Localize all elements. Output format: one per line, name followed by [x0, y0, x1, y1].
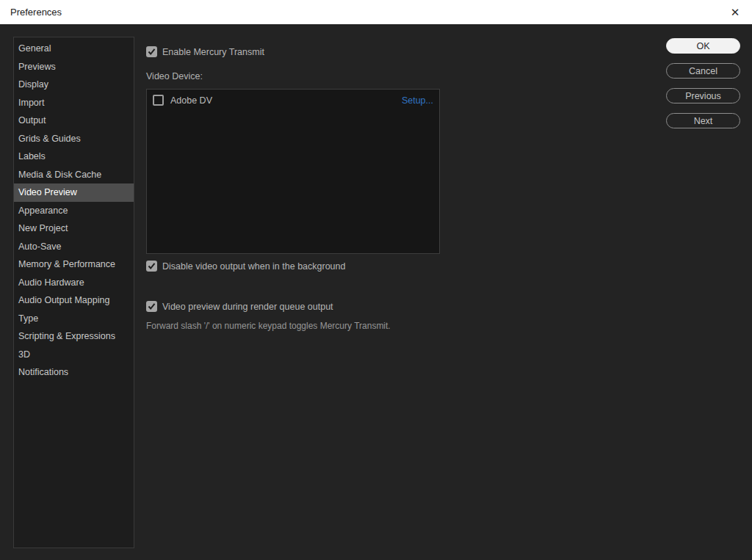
sidebar-item-3d[interactable]: 3D [14, 346, 134, 364]
enable-mercury-transmit-row: Enable Mercury Transmit [146, 46, 264, 57]
sidebar-item-labels[interactable]: Labels [14, 148, 134, 166]
video-device-list: Adobe DV Setup... [146, 89, 440, 254]
mercury-transmit-hint: Forward slash '/' on numeric keypad togg… [146, 321, 391, 331]
sidebar-item-notifications[interactable]: Notifications [14, 363, 134, 382]
sidebar-item-video-preview[interactable]: Video Preview [14, 183, 134, 202]
sidebar-item-display[interactable]: Display [14, 76, 134, 94]
dialog-title: Preferences [10, 7, 62, 18]
setup-link[interactable]: Setup... [402, 95, 433, 106]
device-name: Adobe DV [170, 95, 212, 106]
sidebar-item-import[interactable]: Import [14, 94, 134, 112]
sidebar-item-auto-save[interactable]: Auto-Save [14, 238, 134, 256]
video-device-label: Video Device: [146, 71, 203, 81]
sidebar-item-grids-guides[interactable]: Grids & Guides [14, 130, 134, 148]
device-row-adobe-dv: Adobe DV Setup... [147, 90, 439, 106]
sidebar-item-audio-output-mapping[interactable]: Audio Output Mapping [14, 291, 134, 310]
preferences-category-list: General Previews Display Import Output G… [13, 37, 134, 548]
render-queue-label: Video preview during render queue output [162, 302, 333, 312]
check-icon [148, 262, 156, 270]
sidebar-item-audio-hardware[interactable]: Audio Hardware [14, 274, 134, 292]
sidebar-item-memory-performance[interactable]: Memory & Performance [14, 255, 134, 274]
enable-mercury-transmit-checkbox[interactable] [146, 46, 157, 57]
ok-button[interactable]: OK [666, 38, 740, 54]
cancel-button[interactable]: Cancel [666, 63, 740, 79]
sidebar-item-appearance[interactable]: Appearance [14, 202, 134, 220]
next-button[interactable]: Next [666, 113, 740, 128]
sidebar-item-new-project[interactable]: New Project [14, 219, 134, 238]
sidebar-item-media-disk-cache[interactable]: Media & Disk Cache [14, 166, 134, 184]
preferences-dialog: General Previews Display Import Output G… [0, 24, 752, 560]
sidebar-item-type[interactable]: Type [14, 310, 134, 328]
render-queue-checkbox[interactable] [146, 301, 157, 312]
dialog-buttons: OK Cancel Previous Next [666, 38, 740, 128]
enable-mercury-transmit-label: Enable Mercury Transmit [162, 47, 264, 57]
check-icon [148, 302, 156, 310]
previous-button[interactable]: Previous [666, 88, 740, 103]
disable-background-label: Disable video output when in the backgro… [162, 261, 345, 272]
check-icon [148, 48, 156, 56]
sidebar-item-output[interactable]: Output [14, 112, 134, 130]
sidebar-item-general[interactable]: General [14, 40, 134, 58]
sidebar-item-previews[interactable]: Previews [14, 58, 134, 76]
sidebar-item-scripting-expressions[interactable]: Scripting & Expressions [14, 327, 134, 346]
disable-background-checkbox[interactable] [146, 261, 157, 272]
render-queue-row: Video preview during render queue output [146, 301, 333, 312]
dialog-titlebar: Preferences ✕ [0, 0, 752, 24]
close-icon[interactable]: ✕ [727, 4, 743, 21]
adobe-dv-checkbox[interactable] [153, 95, 164, 106]
disable-background-row: Disable video output when in the backgro… [146, 261, 345, 272]
